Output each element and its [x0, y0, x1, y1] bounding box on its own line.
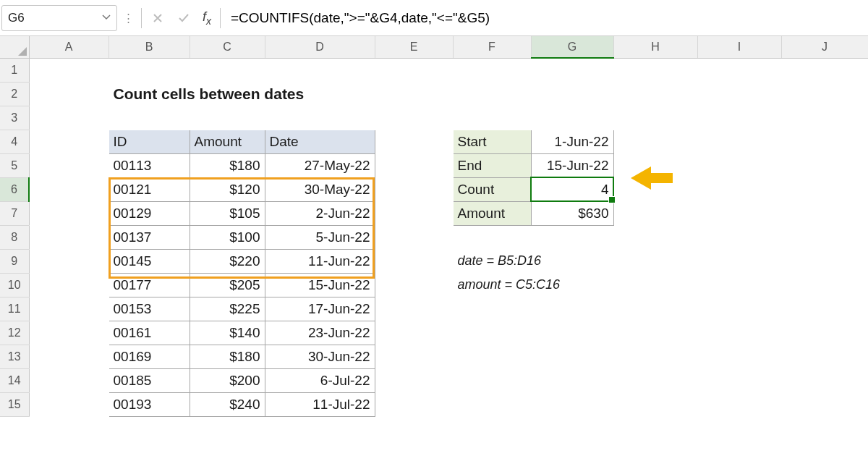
table-row[interactable]: 11-Jul-22 — [265, 392, 375, 416]
table-row[interactable]: 5-Jun-22 — [265, 225, 375, 249]
table-row[interactable]: 00177 — [109, 273, 190, 297]
arrow-icon — [631, 166, 673, 190]
divider — [220, 8, 221, 28]
table-row[interactable]: $220 — [190, 249, 265, 273]
row-header-1[interactable]: 1 — [0, 58, 29, 82]
name-box-value: G6 — [8, 11, 25, 25]
table-row[interactable]: 00169 — [109, 345, 190, 368]
table-row[interactable]: $180 — [190, 153, 265, 177]
sheet-table: A B C D E F G H I J 1 2 Count cells betw… — [0, 36, 868, 417]
row-header-10[interactable]: 10 — [0, 273, 29, 297]
table-row[interactable]: 00137 — [109, 225, 190, 249]
name-box[interactable]: G6 — [1, 5, 117, 31]
table-row[interactable]: 30-Jun-22 — [265, 345, 375, 368]
table-row[interactable]: 17-Jun-22 — [265, 297, 375, 321]
table-header-amount[interactable]: Amount — [190, 130, 265, 153]
summary-count-value[interactable]: 4 — [531, 177, 613, 201]
row-header-15[interactable]: 15 — [0, 392, 29, 416]
separator-dots-icon: ⋮ — [120, 12, 137, 25]
col-header-C[interactable]: C — [190, 36, 265, 58]
col-header-H[interactable]: H — [613, 36, 697, 58]
table-row[interactable]: 27-May-22 — [265, 153, 375, 177]
divider — [141, 8, 142, 28]
table-row[interactable]: 00129 — [109, 201, 190, 225]
formula-input[interactable] — [225, 5, 867, 31]
row-header-6[interactable]: 6 — [0, 177, 29, 201]
table-row[interactable]: $100 — [190, 225, 265, 249]
table-row[interactable]: $205 — [190, 273, 265, 297]
table-header-id[interactable]: ID — [109, 130, 190, 153]
row-header-11[interactable]: 11 — [0, 297, 29, 321]
table-row[interactable]: $180 — [190, 345, 265, 368]
spreadsheet-grid: A B C D E F G H I J 1 2 Count cells betw… — [0, 36, 868, 417]
note-date-range: date = B5:D16 — [453, 249, 697, 273]
table-row[interactable]: 23-Jun-22 — [265, 321, 375, 345]
summary-start-label[interactable]: Start — [453, 130, 531, 153]
table-row[interactable]: 11-Jun-22 — [265, 249, 375, 273]
row-header-13[interactable]: 13 — [0, 345, 29, 368]
col-header-D[interactable]: D — [265, 36, 375, 58]
table-row[interactable]: 00161 — [109, 321, 190, 345]
summary-amount-label[interactable]: Amount — [453, 201, 531, 225]
chevron-down-icon[interactable] — [102, 11, 111, 25]
table-header-date[interactable]: Date — [265, 130, 375, 153]
table-row[interactable]: $200 — [190, 368, 265, 392]
table-row[interactable]: 00113 — [109, 153, 190, 177]
row-header-2[interactable]: 2 — [0, 82, 29, 106]
table-row[interactable]: $140 — [190, 321, 265, 345]
col-header-I[interactable]: I — [697, 36, 781, 58]
formula-bar: G6 ⋮ fx — [0, 0, 868, 36]
page-title: Count cells between dates — [114, 85, 305, 102]
table-row[interactable]: $120 — [190, 177, 265, 201]
summary-start-value[interactable]: 1-Jun-22 — [531, 130, 613, 153]
table-row[interactable]: $105 — [190, 201, 265, 225]
select-all-corner[interactable] — [0, 36, 29, 58]
note-amount-range: amount = C5:C16 — [453, 273, 697, 297]
col-header-B[interactable]: B — [109, 36, 190, 58]
table-row[interactable]: 00153 — [109, 297, 190, 321]
row-header-12[interactable]: 12 — [0, 321, 29, 345]
row-header-14[interactable]: 14 — [0, 368, 29, 392]
table-row[interactable]: $240 — [190, 392, 265, 416]
cancel-formula-button[interactable] — [146, 5, 169, 31]
row-header-5[interactable]: 5 — [0, 153, 29, 177]
table-row[interactable]: 6-Jul-22 — [265, 368, 375, 392]
summary-end-label[interactable]: End — [453, 153, 531, 177]
col-header-A[interactable]: A — [29, 36, 109, 58]
col-header-J[interactable]: J — [781, 36, 868, 58]
table-row[interactable]: 2-Jun-22 — [265, 201, 375, 225]
row-header-8[interactable]: 8 — [0, 225, 29, 249]
row-header-3[interactable]: 3 — [0, 106, 29, 130]
summary-amount-value[interactable]: $630 — [531, 201, 613, 225]
table-row[interactable]: 00185 — [109, 368, 190, 392]
summary-count-label[interactable]: Count — [453, 177, 531, 201]
table-row[interactable]: 30-May-22 — [265, 177, 375, 201]
row-header-9[interactable]: 9 — [0, 249, 29, 273]
summary-end-value[interactable]: 15-Jun-22 — [531, 153, 613, 177]
table-row[interactable]: 00145 — [109, 249, 190, 273]
col-header-G[interactable]: G — [531, 36, 613, 58]
table-row[interactable]: 15-Jun-22 — [265, 273, 375, 297]
insert-function-button[interactable]: fx — [198, 9, 216, 27]
table-row[interactable]: 00193 — [109, 392, 190, 416]
col-header-E[interactable]: E — [375, 36, 453, 58]
table-row[interactable]: 00121 — [109, 177, 190, 201]
col-header-F[interactable]: F — [453, 36, 531, 58]
row-header-7[interactable]: 7 — [0, 201, 29, 225]
enter-formula-button[interactable] — [172, 5, 195, 31]
row-header-4[interactable]: 4 — [0, 130, 29, 153]
table-row[interactable]: $225 — [190, 297, 265, 321]
